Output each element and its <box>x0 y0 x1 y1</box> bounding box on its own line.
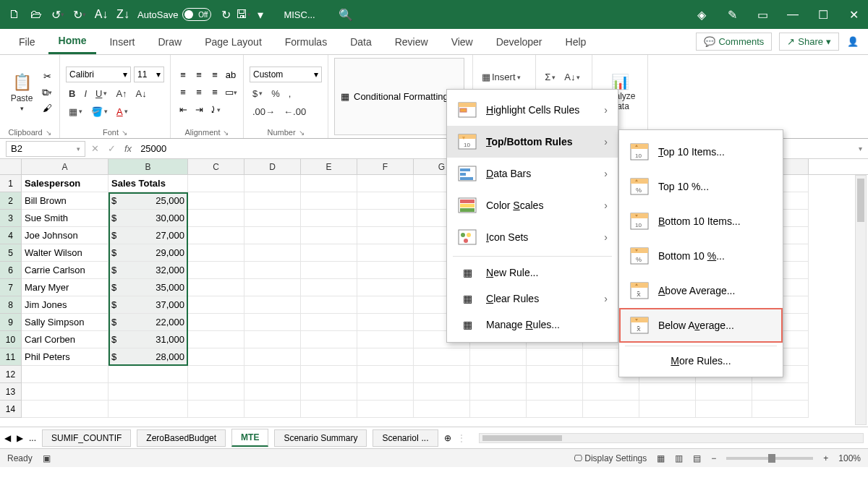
cell[interactable] <box>301 366 357 383</box>
cell[interactable] <box>301 296 357 314</box>
insert-cells-button[interactable]: ▦ Insert <box>479 70 529 84</box>
cell[interactable]: Sales Totals <box>109 175 188 192</box>
cell[interactable] <box>696 383 752 401</box>
cell[interactable] <box>414 366 470 383</box>
tb-bottom-10-items[interactable]: 10 Bottom 10 Items... <box>619 204 783 239</box>
zoom-in-icon[interactable]: + <box>823 453 828 463</box>
comments-button[interactable]: 💬 Comments <box>696 33 772 51</box>
tb-bottom-10-percent[interactable]: % Bottom 10 %... <box>619 239 783 273</box>
cell[interactable] <box>639 383 696 401</box>
cell[interactable] <box>188 244 244 262</box>
bold-button[interactable]: B <box>66 87 78 100</box>
sheet-tab[interactable]: SUMIF_COUNTIF <box>42 429 131 447</box>
zoom-out-icon[interactable]: − <box>711 453 716 463</box>
open-file-icon[interactable]: 🗁 <box>27 6 45 23</box>
cell[interactable] <box>301 331 357 348</box>
tab-page-layout[interactable]: Page Layout <box>195 30 272 53</box>
cell[interactable] <box>109 383 188 401</box>
cell[interactable] <box>301 244 357 262</box>
cell[interactable] <box>188 331 244 348</box>
conditional-formatting-button[interactable]: ▦ Conditional Formatting ▾ <box>334 58 464 135</box>
row-header[interactable]: 10 <box>0 331 22 348</box>
cell[interactable] <box>527 383 583 401</box>
cell[interactable]: Salesperson <box>22 175 109 192</box>
cell[interactable]: $32,000 <box>109 262 188 279</box>
tab-developer[interactable]: Developer <box>486 30 553 53</box>
cell[interactable] <box>188 348 244 366</box>
cell[interactable] <box>752 401 809 418</box>
formula-input[interactable]: 25000 <box>140 143 166 154</box>
sort-filter-icon[interactable]: A↓ <box>561 70 583 84</box>
cell[interactable]: $29,000 <box>109 244 188 262</box>
row-header[interactable]: 11 <box>0 348 22 366</box>
formula-expand-icon[interactable]: ▾ <box>859 145 862 153</box>
cell[interactable] <box>188 296 244 314</box>
row-header[interactable]: 12 <box>0 366 22 383</box>
row-header[interactable]: 4 <box>0 227 22 244</box>
undo-icon[interactable]: ↺ <box>49 6 67 23</box>
redo2-icon[interactable]: ↻ <box>217 6 234 23</box>
row-header[interactable]: 2 <box>0 192 22 210</box>
cell[interactable] <box>414 401 470 418</box>
cell[interactable] <box>244 366 301 383</box>
cell[interactable] <box>357 331 414 348</box>
cell[interactable] <box>639 401 696 418</box>
tab-data[interactable]: Data <box>340 30 382 53</box>
sort-asc-icon[interactable]: A↓ <box>93 6 110 23</box>
row-header[interactable]: 8 <box>0 296 22 314</box>
new-file-icon[interactable]: 🗋 <box>6 6 23 23</box>
cell[interactable] <box>357 227 414 244</box>
cell[interactable] <box>244 348 301 366</box>
cell[interactable] <box>357 314 414 331</box>
cell[interactable] <box>414 383 470 401</box>
font-size-select[interactable]: 11▾ <box>134 67 164 82</box>
cell[interactable] <box>188 401 244 418</box>
cell[interactable] <box>22 366 109 383</box>
cell[interactable] <box>301 262 357 279</box>
cf-icon-sets[interactable]: Icon Sets › <box>447 221 618 253</box>
autosum-icon[interactable]: Σ <box>542 70 558 84</box>
format-painter-icon[interactable]: 🖌 <box>41 102 54 115</box>
cell[interactable] <box>583 383 639 401</box>
row-header[interactable]: 14 <box>0 401 22 418</box>
align-launcher-icon[interactable]: ↘ <box>223 129 229 137</box>
view-pagebreak-icon[interactable]: ▤ <box>693 453 701 463</box>
fill-color-icon[interactable]: 🪣 <box>88 105 111 119</box>
tb-below-average[interactable]: x̄ Below Average... <box>619 308 783 343</box>
cell[interactable] <box>357 175 414 192</box>
sort-desc-icon[interactable]: Z↓ <box>114 6 132 23</box>
underline-button[interactable]: U <box>93 87 110 100</box>
cell[interactable] <box>244 244 301 262</box>
cell[interactable]: Walter Wilson <box>22 244 109 262</box>
row-header[interactable]: 9 <box>0 314 22 331</box>
macro-record-icon[interactable]: ▣ <box>43 453 51 463</box>
cell[interactable] <box>244 262 301 279</box>
cell[interactable] <box>109 366 188 383</box>
cell[interactable]: $35,000 <box>109 279 188 296</box>
row-header[interactable]: 7 <box>0 279 22 296</box>
tab-formulas[interactable]: Formulas <box>275 30 337 53</box>
diamond-icon[interactable]: ◈ <box>693 6 710 23</box>
cell[interactable] <box>301 192 357 210</box>
cut-icon[interactable]: ✂ <box>41 70 54 83</box>
cell[interactable] <box>22 401 109 418</box>
tab-draw[interactable]: Draw <box>148 30 192 53</box>
cell[interactable] <box>470 401 527 418</box>
cell[interactable]: Bill Brown <box>22 192 109 210</box>
cell[interactable] <box>470 383 527 401</box>
cell[interactable] <box>301 383 357 401</box>
cell[interactable] <box>470 348 527 366</box>
cell[interactable] <box>244 279 301 296</box>
cf-clear-rules[interactable]: ▦ Clear Rules › <box>447 286 618 312</box>
cell[interactable] <box>301 210 357 227</box>
cell[interactable]: Joe Johnson <box>22 227 109 244</box>
cell[interactable] <box>583 401 639 418</box>
tab-file[interactable]: File <box>9 30 46 53</box>
align-bot-icon[interactable]: ≡ <box>208 69 221 82</box>
cell[interactable]: Sally Simpson <box>22 314 109 331</box>
cell[interactable] <box>357 210 414 227</box>
sheet-nav-next-icon[interactable]: ▶ <box>17 433 23 443</box>
tab-help[interactable]: Help <box>556 30 597 53</box>
font-name-select[interactable]: Calibri▾ <box>66 67 131 82</box>
percent-icon[interactable]: % <box>268 87 283 100</box>
